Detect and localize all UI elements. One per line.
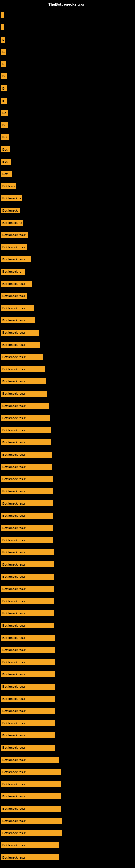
bar-item: Bottleneck result — [1, 659, 54, 665]
bar-label: Bottleneck result — [2, 673, 27, 676]
bar-item: Bottleneck result — [1, 586, 54, 592]
bar-label: E — [2, 62, 4, 66]
bar-label: Bottleneck result — [2, 807, 27, 810]
bar-item: Bottleneck result — [1, 378, 46, 384]
bar-label: Bottleneck result — [2, 709, 27, 713]
bar-item: Bottleneck res — [1, 195, 21, 201]
bar-label: Bottleneck result — [2, 770, 27, 774]
bar-label: Bottleneck result — [2, 404, 27, 407]
bar-label: Bottleneck result — [2, 856, 27, 859]
bar-label: Bottleneck re — [2, 270, 21, 273]
bar-label: Bottleneck result — [2, 795, 27, 798]
bar-item: Bottleneck resu — [1, 244, 27, 250]
bar-label: Bottleneck result — [2, 734, 27, 737]
bar-label: Bottleneck result — [2, 307, 27, 310]
bar-label: Bottleneck result — [2, 844, 27, 847]
bar-label: Bottleneck result — [2, 355, 27, 359]
bar-item: Bottleneck result — [1, 647, 54, 653]
bar-label: Bottleneck result — [2, 697, 27, 701]
bar-label: Bottleneck resu — [2, 246, 25, 249]
bar-item: E — [1, 37, 5, 42]
bar-item: Bottleneck result — [1, 464, 52, 470]
bar-item: Bottleneck result — [1, 574, 54, 580]
bar-item: Bottleneck result — [1, 830, 62, 836]
bar-item: Bottleneck result — [1, 537, 53, 543]
bar-item: E — [1, 61, 6, 67]
bar-label: Bottleneck result — [2, 685, 27, 688]
bar-item: Bottleneck resu — [1, 293, 27, 299]
bar-label: Bottleneck result — [2, 538, 27, 542]
bar-label: Bottleneck result — [2, 282, 27, 285]
bar-item: Bottleneck result — [1, 622, 54, 628]
bar-item: Bottleneck result — [1, 305, 34, 311]
bar-label: Bo — [2, 123, 6, 127]
bar-item: Bottleneck result — [1, 500, 53, 506]
bar-label: Bott — [2, 160, 8, 163]
bar-label: Bottleneck result — [2, 258, 27, 261]
bar-label: Bottleneck result — [2, 331, 27, 334]
bar-item: Bottleneck result — [1, 781, 61, 787]
bar-item: Bottleneck result — [1, 696, 55, 702]
bar-label: Bo — [2, 74, 6, 78]
bar-item: Bottleneck result — [1, 561, 54, 567]
bar-label: Bo — [2, 111, 6, 115]
bar-label: Bottleneck resu — [2, 221, 22, 224]
bar-item — [1, 24, 4, 30]
bar-item: Bottleneck result — [1, 232, 28, 238]
bar-item: Bottleneck result — [1, 720, 55, 726]
bar-item: Bottleneck result — [1, 256, 31, 262]
bar-item: Bottleneck result — [1, 610, 54, 616]
bar-label: Bottlenec — [2, 184, 15, 188]
bar-item: Bottleneck result — [1, 842, 58, 848]
bar-label: Bottleneck result — [2, 782, 27, 786]
bar-label: Bottleneck result — [2, 721, 27, 725]
bar-item: Bottleneck result — [1, 391, 47, 397]
bar-label: Bottleneck result — [2, 465, 27, 468]
bar-item: Bottleneck result — [1, 635, 54, 641]
bar-item: Bottleneck result — [1, 476, 53, 482]
bar-label: Bottleneck result — [2, 612, 27, 615]
bar-label: Bottleneck result — [2, 819, 27, 823]
bar-label: Bottleneck result — [2, 380, 27, 383]
bar-label: Bottleneck result — [2, 526, 27, 529]
site-title: TheBottlenecker.com — [48, 2, 87, 6]
bar-label: Bot — [2, 135, 7, 139]
bar-item: Bott — [1, 171, 12, 177]
bar-label: Bottleneck result — [2, 233, 27, 237]
bar-label: Bottleneck result — [2, 343, 27, 346]
bar-label: Bottleneck result — [2, 648, 27, 652]
bar-item: Bottleneck result — [1, 806, 61, 812]
bar-item: B — [1, 86, 7, 91]
bar-item: Bottleneck result — [1, 415, 50, 421]
bar-label: Bottleneck result — [2, 551, 27, 554]
bar-item: Bottleneck result — [1, 708, 55, 714]
bar-item: Bottleneck result — [1, 488, 53, 494]
bar-label: Bottleneck result — [2, 490, 27, 493]
bar-item: Bottleneck result — [1, 317, 35, 323]
bar-item: Bo — [1, 73, 7, 79]
bar-item: Bottleneck result — [1, 525, 53, 531]
bar-item: Bottleneck result — [1, 452, 52, 458]
bar-item: B — [1, 98, 7, 104]
bar-item: Bottleneck resu — [1, 220, 24, 226]
bar-item: Bottleneck result — [1, 366, 45, 372]
bar-item: Bottleneck result — [1, 439, 51, 445]
bar-item: Bottleneck result — [1, 403, 49, 409]
bar-item: Bottleneck result — [1, 354, 43, 360]
bar-item: Bo — [1, 122, 8, 128]
bar-label: Bottleneck result — [2, 514, 27, 517]
bar-item: Bottleneck result — [1, 427, 51, 433]
bar-label: Bottleneck result — [2, 746, 27, 749]
bar-label: Bottleneck result — [2, 624, 27, 627]
bar-label: E — [2, 38, 4, 41]
bar-label: Bott — [2, 148, 8, 151]
bar-label: Bottleneck result — [2, 429, 27, 432]
bar-item: Bott — [1, 159, 11, 165]
bar-label: Bottleneck result — [2, 587, 27, 590]
bar-label: Bottleneck result — [2, 392, 27, 395]
bar-label: Bottleneck — [2, 209, 17, 212]
bar-label: Bott — [2, 172, 8, 176]
bar-item: Bot — [1, 134, 9, 140]
bar-item: Bottleneck result — [1, 513, 53, 519]
bar-item: Bottleneck result — [1, 794, 61, 799]
